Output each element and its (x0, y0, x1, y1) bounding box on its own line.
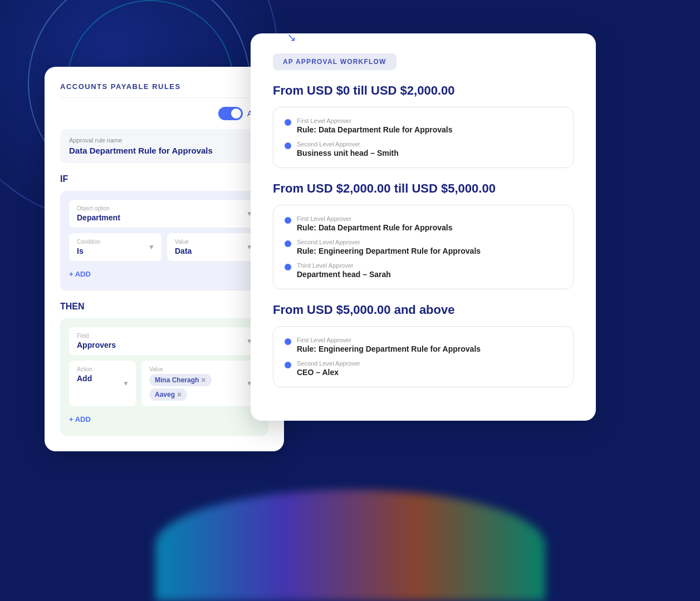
tag-aaveg: Aaveg × (149, 388, 187, 401)
then-label: THEN (60, 302, 268, 312)
left-card: ACCOUNTS PAYABLE RULES Active Approval r… (45, 67, 284, 451)
action-value-row: Action Add ▼ Value Mina Cheragh × Aaveg … (69, 361, 260, 406)
dot-icon (285, 142, 291, 149)
field-label: Field (77, 333, 252, 339)
tier-1-name-2: Business unit head – Smith (297, 149, 399, 157)
tier-3-level-2: Second Level Approver (297, 360, 360, 367)
tier-1-approver-1: First Level Approver Rule: Data Departme… (285, 117, 562, 134)
tier-1-title: From USD $0 till USD $2,000.00 (273, 83, 574, 98)
dot-icon (285, 240, 291, 247)
tier-2-approver-1: First Level Approver Rule: Data Departme… (285, 215, 562, 232)
action-field[interactable]: Action Add ▼ (69, 361, 136, 406)
tier-2-level-1: First Level Approver (297, 215, 453, 222)
arrow-connector: ↘ (287, 31, 296, 44)
left-card-title: ACCOUNTS PAYABLE RULES (60, 82, 268, 98)
condition-field[interactable]: Condition Is ▼ (69, 233, 161, 261)
object-option-label: Object option (77, 205, 252, 211)
object-option-field[interactable]: Object option Department ▼ (69, 200, 260, 228)
field-value: Approvers (77, 341, 252, 349)
right-card: AP APPROVAL WORKFLOW From USD $0 till US… (251, 33, 596, 421)
tier-1-level-1: First Level Approver (297, 117, 453, 124)
tier-3-level-1: First Level Approver (297, 337, 481, 343)
active-toggle-row: Active (60, 107, 268, 120)
condition-value-row: Condition Is ▼ Value Data ▼ (69, 233, 260, 261)
tier-2-approver-2: Second Level Approver Rule: Engineering … (285, 239, 562, 255)
tier-2-level-2: Second Level Approver (297, 239, 481, 245)
tag-aaveg-remove[interactable]: × (177, 391, 182, 398)
value-label-then: Value (149, 366, 252, 372)
tier-1-level-2: Second Level Approver (297, 141, 399, 147)
then-section: Field Approvers ▼ Action Add ▼ Value Min… (60, 318, 268, 436)
tier-1-card: First Level Approver Rule: Data Departme… (273, 107, 574, 168)
tier-2-name-1: Rule: Data Department Rule for Approvals (297, 223, 453, 232)
if-label: IF (60, 174, 268, 184)
tier-3-name-2: CEO – Alex (297, 368, 360, 377)
background-blob (155, 490, 545, 601)
dot-icon (285, 362, 291, 368)
tier-1-name-1: Rule: Data Department Rule for Approvals (297, 125, 453, 134)
tag-mina-label: Mina Cheragh (155, 376, 199, 384)
tier-2: From USD $2,000.00 till USD $5,000.00 Fi… (273, 181, 574, 289)
tag-mina-remove[interactable]: × (201, 376, 205, 384)
action-value: Add (77, 374, 128, 383)
tier-2-level-3: Third Level Approver (297, 262, 391, 269)
rule-name-label: Approval rule name (69, 137, 260, 144)
tier-1: From USD $0 till USD $2,000.00 First Lev… (273, 83, 574, 168)
tier-3-title: From USD $5,000.00 and above (273, 303, 574, 317)
object-option-value: Department (77, 213, 252, 222)
action-dropdown-icon: ▼ (123, 380, 129, 387)
condition-dropdown-icon: ▼ (148, 243, 155, 251)
rule-name-value: Data Department Rule for Approvals (69, 146, 260, 155)
if-add-button[interactable]: + ADD (69, 267, 91, 282)
tier-2-approver-3: Third Level Approver Department head – S… (285, 262, 562, 279)
then-add-button[interactable]: + ADD (69, 412, 91, 427)
tier-2-name-2: Rule: Engineering Department Rule for Ap… (297, 247, 481, 255)
workflow-badge: AP APPROVAL WORKFLOW (273, 53, 396, 70)
tier-2-card: First Level Approver Rule: Data Departme… (273, 205, 574, 289)
tier-2-title: From USD $2,000.00 till USD $5,000.00 (273, 181, 574, 196)
tier-2-name-3: Department head – Sarah (297, 270, 391, 279)
field-approvers[interactable]: Field Approvers ▼ (69, 327, 260, 355)
tags-field[interactable]: Value Mina Cheragh × Aaveg × ▼ (141, 361, 260, 406)
tier-3-approver-1: First Level Approver Rule: Engineering D… (285, 337, 562, 353)
value-field-if[interactable]: Value Data ▼ (167, 233, 260, 261)
if-section: Object option Department ▼ Condition Is … (60, 191, 268, 290)
tier-3-approver-2: Second Level Approver CEO – Alex (285, 360, 562, 377)
active-toggle[interactable] (218, 107, 243, 120)
tags-container: Mina Cheragh × Aaveg × (149, 374, 252, 401)
dot-icon (285, 338, 291, 345)
tag-mina: Mina Cheragh × (149, 374, 212, 386)
condition-label: Condition (77, 239, 154, 245)
value-value-if: Data (175, 247, 252, 255)
value-label-if: Value (175, 239, 252, 245)
tier-3-card: First Level Approver Rule: Engineering D… (273, 326, 574, 387)
tier-3: From USD $5,000.00 and above First Level… (273, 303, 574, 387)
tier-3-name-1: Rule: Engineering Department Rule for Ap… (297, 344, 481, 353)
rule-name-box: Approval rule name Data Department Rule … (60, 129, 268, 163)
tag-aaveg-label: Aaveg (155, 391, 175, 398)
dot-icon (285, 264, 291, 270)
dot-icon (285, 217, 291, 224)
action-label: Action (77, 366, 128, 372)
dot-icon (285, 119, 291, 126)
tier-1-approver-2: Second Level Approver Business unit head… (285, 141, 562, 157)
condition-value: Is (77, 247, 154, 255)
